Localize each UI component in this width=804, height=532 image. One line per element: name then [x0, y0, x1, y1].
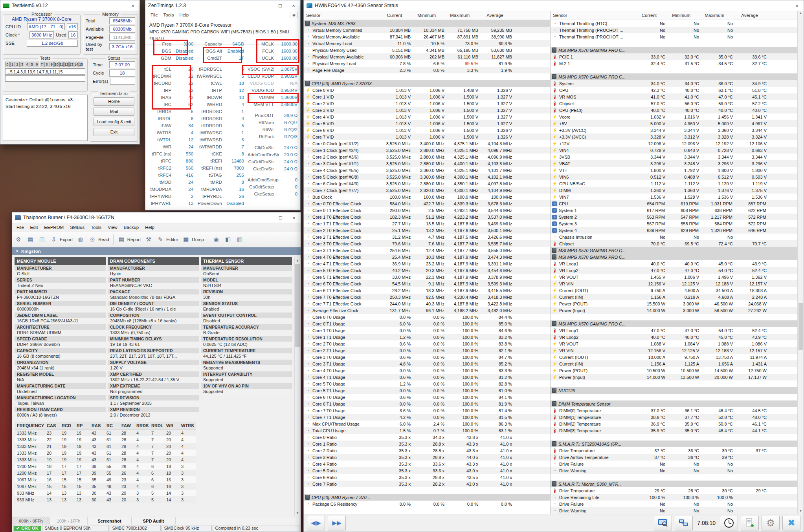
toolbar-read-button[interactable]: ⊙Read — [88, 236, 109, 243]
sensor-row[interactable]: ◔Core 7 T1 Effective Clock244.0 MHz40.3 … — [304, 300, 550, 307]
minimize-icon[interactable]: — — [777, 0, 790, 11]
sensor-row[interactable]: ⚡CPU NB/SoC1.112 V1.112 V1.120 V1.119 V — [551, 180, 804, 187]
sensor-row[interactable]: ◔Virtual Memory Load11.0 %10.5 %73.0 %60… — [304, 40, 550, 47]
sensor-row[interactable]: ◔Core 6 T1 Usage0.0 %0.0 %100.0 %81.9 % — [304, 400, 550, 407]
tab-spd-audit[interactable]: SPD Audit — [132, 517, 176, 525]
sensor-row[interactable]: ◔Core 6 T0 Usage0.6 %0.0 %100.0 %84.1 % — [304, 394, 550, 400]
field-value[interactable]: 60305Mb — [109, 26, 135, 33]
toolbar-wrench-button[interactable]: ⚒ — [145, 236, 152, 243]
sensor-row[interactable]: ◔Bus Clock100.0 MHz100.0 MHz100.0 MHz100… — [304, 194, 550, 200]
maximize-icon[interactable]: □ — [274, 0, 287, 11]
sensor-row[interactable]: ⚡Core 0 VID1.013 V1.006 V1.488 V1.326 V — [304, 87, 550, 93]
sensor-row[interactable]: ⚡VIN71.536 V1.528 V1.536 V1.536 V — [551, 194, 804, 200]
sensor-row[interactable]: ⚡Current (IOUT)9.750 A4.500 A34.500 A18.… — [551, 287, 804, 294]
sensor-row[interactable]: ◔Virtual Memory Commited10,884 MB10,334 … — [304, 27, 550, 33]
sensor-row[interactable]: ◔Core 7 T1 Usage4.2 %0.0 %100.0 %81.5 % — [304, 414, 550, 420]
customize-log-box[interactable]: Customize: Default @1usmus_v3 Start test… — [3, 95, 88, 141]
clock-button[interactable] — [720, 516, 738, 530]
sensor-row[interactable]: ⚡DIMM1.360 V1.360 V1.376 V1.375 V — [551, 187, 804, 194]
sensor-row[interactable]: ◔Thermal Throttling (PROCHOT ...NoNoNo — [551, 27, 804, 33]
sensor-row[interactable]: ⚡VR VOUT1.088 V1.084 V1.088 V1.086 V — [551, 340, 804, 347]
frequency-table-row[interactable]: 1067 MHz15151535492346163 — [15, 483, 196, 490]
sensor-section-row[interactable]: MSI MPG X570 GAMING PRO C... — [551, 254, 804, 260]
column-header-row[interactable]: SensorCurrentMinimumMaximumAverage — [304, 11, 550, 20]
sensor-row[interactable]: ◔Core 4 T1 Usage0.6 %0.0 %100.0 %81.2 % — [304, 374, 550, 380]
sensor-row[interactable]: Drive Temperature29 °C28 °C30 °C29 °C — [551, 487, 804, 494]
sensor-row[interactable]: ◔Core 1 Ratio35.3 x28.8 x43.3 x41.0 x — [304, 441, 550, 447]
test-cell-0[interactable]: 0 — [5, 62, 10, 67]
frequency-table-row[interactable]: 1333 MHz19191943612847204 — [15, 456, 196, 463]
fast-forward-button[interactable]: ▶▶ — [328, 516, 346, 530]
sensor-row[interactable]: ◔Core 1 Clock (perf #2/4)3,525.0 MHz2,88… — [304, 147, 550, 154]
sensor-row[interactable]: ⚡Core 2 VID1.013 V1.006 V1.500 V1.327 V — [304, 100, 550, 107]
sensor-row[interactable]: ◔Core 3 T1 Usage4.8 %0.0 %100.0 %85.2 % — [304, 360, 550, 367]
sensor-row[interactable]: VR Loop247.0 °C47.0 °C54.0 °C52.4 °C — [551, 267, 804, 274]
sensor-section-row[interactable]: MSI MPG X570 GAMING PRO C... — [551, 320, 804, 327]
toolbar-save-button[interactable]: ◫ — [38, 236, 46, 243]
hwinfo-scrollbar[interactable]: ▲ ▼ — [797, 11, 804, 514]
sensor-row[interactable]: ◔Core 4 T0 Usage0.0 %0.0 %100.0 %83.3 % — [304, 367, 550, 374]
sensor-row[interactable]: ◔Core 3 Ratio35.3 x28.8 x44.0 x41.0 x — [304, 454, 550, 461]
sensor-row[interactable]: ⚡Power (POUT)10.500 W10.500 W14.500 W12.… — [551, 367, 804, 374]
sensor-row[interactable]: ⚡Current (IIN)1.156 A1.125 A1.656 A1.431… — [551, 360, 804, 367]
back-forward-button[interactable]: ◀▶ — [307, 516, 325, 530]
tab-100h-1ffh[interactable]: 100h - 1FFh — [50, 517, 88, 525]
sensor-row[interactable]: ◔Core 2 T0 Usage0.6 %0.0 %100.0 %83.8 % — [304, 340, 550, 347]
sensor-row[interactable]: ◔Thermal Throttling (PROCHOT ...NoNoNo — [551, 33, 804, 40]
maximize-icon[interactable]: □ — [274, 212, 287, 223]
sensor-row[interactable]: ☼System 1617 RPM608 RPM638 RPM622 RPM — [551, 207, 804, 214]
sensor-row[interactable]: ⚡Current (IIN)1.156 A0.219 A4.688 A2.248… — [551, 294, 804, 300]
test-cell-7[interactable]: 7 — [40, 62, 44, 67]
menu-item-help[interactable]: Help — [176, 12, 191, 18]
sensor-row[interactable]: ◔Core 5 Clock (perf #6/8)3,525.0 MHz3,36… — [304, 174, 550, 180]
sensor-row[interactable]: ⚡Power (Input)14.000 W13.500 W20.000 W17… — [551, 374, 804, 380]
sensor-row[interactable]: ◔Core 1 T1 Usage1.2 %0.0 %100.0 %83.2 % — [304, 334, 550, 340]
screen-capture-button[interactable] — [654, 516, 672, 530]
minimize-icon[interactable]: — — [113, 0, 126, 11]
scroll-up-icon[interactable]: ▲ — [798, 11, 804, 16]
sensor-row[interactable]: ☼System 3567 RPM558 RPM584 RPM572 RPM — [551, 220, 804, 227]
sensor-row[interactable]: ◔Core 7 Ratio35.3 x28.2 x43.0 x41.0 x — [304, 481, 550, 487]
sensor-row[interactable]: ◔Total CPU Usage1.5 %0.7 %100.0 %83.1 % — [304, 427, 550, 434]
sensor-row[interactable]: ⚡Vcore1.032 V1.016 V1.456 V1.341 V — [551, 113, 804, 120]
tab-000h-0ffh[interactable]: 000h - 0FFh — [12, 517, 50, 525]
sensor-row[interactable]: ◔Core 6 T0 Effective Clock54.5 MHz9.1 MH… — [304, 280, 550, 287]
sensor-row[interactable]: ◔Core 3 T0 Usage0.6 %0.0 %100.0 %84.7 % — [304, 354, 550, 360]
field-value[interactable]: 18 — [109, 69, 135, 77]
column-header[interactable]: Current — [371, 13, 405, 18]
sensor-row[interactable]: ⚡Core 3 VID1.013 V1.006 V1.500 V1.327 V — [304, 107, 550, 113]
sensor-row[interactable]: M.2 132.4 °C31.5 °C34.5 °C32.7 °C — [551, 60, 804, 67]
sensor-row[interactable]: ⚡Power (Input)14.000 W3.000 W58.500 W27.… — [551, 307, 804, 314]
sensor-row[interactable]: ◔Drive FailureNoNoNo — [551, 501, 804, 507]
settings-button[interactable]: ⚙ — [762, 516, 780, 530]
sensor-row[interactable]: ◔Drive WarningNoNoNo — [551, 507, 804, 514]
button-exit[interactable]: Exit — [94, 128, 134, 136]
sensor-row[interactable]: ◔Physical Memory Used5,151 MB4,341 MB65,… — [304, 47, 550, 53]
sensor-row[interactable]: ⚡+3.3V (AVCC)3.344 V3.344 V3.360 V3.344 … — [551, 127, 804, 133]
button-mail[interactable]: Mail — [94, 108, 134, 116]
toolbar-lock-button[interactable]: ◍ — [77, 236, 84, 243]
sensor-row[interactable]: VR Loop140.0 °C40.0 °C45.0 °C43.9 °C — [551, 260, 804, 267]
frequency-table-row[interactable]: 1200 MHz18171739552646183 — [15, 463, 196, 470]
sensor-row[interactable]: ◔Thermal Throttling (HTC)NoNoNo — [551, 20, 804, 27]
close-icon[interactable]: × — [287, 212, 301, 223]
sensor-row[interactable]: ◔Physical Memory Available60,306 MB262 M… — [304, 53, 550, 60]
sensor-section-row[interactable]: CPU [#0]: AMD Ryzen 7 3700X — [304, 80, 550, 87]
menu-item-smbus[interactable]: SMBus — [67, 224, 87, 230]
sensor-row[interactable]: ◔Core 0 T1 Usage6.0 %0.0 %100.0 %85.0 % — [304, 320, 550, 327]
sensor-row[interactable]: ◔Core 7 T0 Effective Clock250.3 MHz92.5 … — [304, 294, 550, 300]
frequency-table-row[interactable]: 1200 MHz17171739552646183 — [15, 470, 196, 476]
field-value[interactable] — [110, 78, 135, 85]
scroll-down-icon[interactable]: ▼ — [798, 508, 804, 514]
column-header[interactable]: Minimum — [660, 13, 694, 18]
sensor-row[interactable]: ◔Core 4 Clock (perf #5/5)3,525.0 MHz3,36… — [304, 167, 550, 174]
sensor-row[interactable]: ◔Core 7 T0 Usage3.6 %0.0 %100.0 %81.4 % — [304, 407, 550, 414]
sensor-row[interactable]: ◔Core 6 Ratio35.3 x28.8 x43.5 x41.0 x — [304, 474, 550, 481]
sensor-section-row[interactable]: System: MSI MS-7B93 — [304, 20, 550, 27]
sensor-section-row[interactable]: MSI MPG X570 GAMING PRO C... — [551, 47, 804, 53]
sensor-row[interactable]: ⚡Core 6 VID1.013 V1.006 V1.500 V1.326 V — [304, 127, 550, 133]
test-cell-6[interactable]: 6 — [35, 62, 39, 67]
test-cell-15[interactable]: 15 — [79, 62, 84, 67]
sensor-row[interactable]: ◔Core 5 T0 Effective Clock40.2 MHz20.3 M… — [304, 267, 550, 274]
vendor-bar[interactable]: ▼ Kingston — [12, 247, 301, 255]
